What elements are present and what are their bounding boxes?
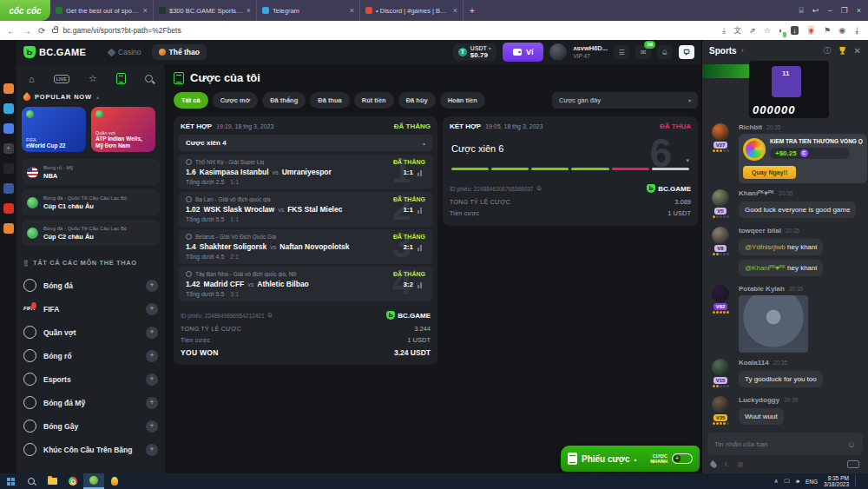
chat-image[interactable]: 11000000	[749, 61, 829, 118]
share-icon[interactable]: ⇗	[749, 26, 756, 35]
chat-input[interactable]: Tin nhắn của bạn ☺	[707, 433, 863, 455]
language-indicator[interactable]: ENG	[806, 479, 818, 485]
history-icon[interactable]: ↩	[812, 6, 819, 15]
profile-icon[interactable]: ◉	[838, 26, 845, 35]
browser-tab[interactable]: Get the best out of sports b×	[50, 0, 154, 21]
trophy-icon[interactable]	[838, 47, 847, 55]
tab-close-icon[interactable]: ×	[453, 6, 457, 15]
filter-chip[interactable]: Đã thắng	[262, 92, 306, 109]
chevron-right-icon[interactable]: ›	[741, 46, 744, 55]
coccoc-brand-button[interactable]: cốc cốc	[0, 0, 50, 21]
youtube-rail-icon[interactable]	[3, 203, 14, 214]
expand-plus-icon[interactable]: +	[146, 327, 158, 339]
chat-username[interactable]: Khaniᴾᴷ♥ᴾᴷ	[739, 189, 774, 197]
avatar[interactable]	[712, 227, 729, 244]
menu-icon[interactable]: ☰	[614, 45, 629, 59]
sidebar-item-b-ng-m-[interactable]: Bóng đá Mỹ+	[22, 391, 160, 414]
panel-rail-icon[interactable]	[3, 163, 14, 174]
save-page-icon[interactable]: ⤓	[722, 26, 726, 36]
bet-card-lost[interactable]: KẾT HỢP19:05, 18 thg 3, 2023ĐÃ THUACược …	[443, 116, 698, 226]
expand-plus-icon[interactable]: +	[146, 280, 158, 292]
sidebar-item-kh-c-c-n-c-u-tr-n-b-ng[interactable]: Khúc Côn Cầu Trên Băng+	[22, 438, 160, 461]
filter-chip[interactable]: Đã thua	[310, 92, 350, 109]
tab-search-icon[interactable]: ⌸	[799, 6, 803, 16]
tab-close-icon[interactable]: ×	[247, 6, 251, 15]
filter-chip[interactable]: Đã hủy	[398, 92, 436, 109]
stats-bars-icon[interactable]	[418, 170, 424, 176]
chat-image[interactable]	[739, 295, 808, 353]
info-icon[interactable]: ⓘ	[824, 45, 832, 56]
filter-chip[interactable]: Rút tiền	[354, 92, 394, 109]
sidebar-league-item[interactable]: Bóng đá - Quốc Tế Cấp Câu Lạc BộCúp C2 c…	[22, 220, 160, 246]
new-tab-button[interactable]: +	[464, 0, 481, 21]
sidebar-item-b-ng-g-y[interactable]: Bóng Gậy+	[22, 414, 160, 438]
copy-icon[interactable]: ⧉	[536, 185, 541, 192]
expand-plus-icon[interactable]: +	[146, 444, 158, 456]
chat-username[interactable]: Richbit	[739, 123, 762, 131]
wallet-button[interactable]: Ví	[503, 43, 544, 62]
avatar[interactable]	[712, 189, 729, 207]
expand-plus-icon[interactable]: +	[146, 373, 158, 386]
nav-casino[interactable]: Casino	[102, 44, 148, 60]
chat-username[interactable]: Luckydoggy	[739, 396, 779, 404]
stats-bars-icon[interactable]	[418, 245, 424, 251]
flag-extension-icon[interactable]: ⚑	[824, 26, 831, 35]
popular-now-header[interactable]: POPULAR NOW ▴	[22, 93, 160, 107]
adblock-icon[interactable]: ◐0	[779, 26, 783, 35]
chrome-icon[interactable]	[62, 473, 83, 489]
messenger-rail-icon[interactable]	[3, 123, 14, 134]
tab-close-icon[interactable]: ×	[350, 6, 354, 15]
mention[interactable]: @Khaniᴾᴷ♥ᴾᴷ	[745, 264, 786, 272]
close-chat-icon[interactable]: ✕	[854, 46, 861, 56]
clock[interactable]: 8:35 PM3/18/2023	[824, 475, 849, 487]
bet-card-won[interactable]: KẾT HỢP19:19, 18 thg 3, 2023ĐÃ THẮNGCược…	[174, 116, 437, 365]
live-icon[interactable]: LIVE	[54, 75, 69, 83]
avatar[interactable]	[549, 43, 567, 61]
chat-username[interactable]: Koala114	[739, 359, 769, 367]
downloads-icon[interactable]: ⭳	[853, 26, 861, 35]
promo-card[interactable]: Quần vợtATP Indian Wells, Mỹ Đơn Nam	[91, 107, 155, 152]
collapse-icon[interactable]: ▴	[423, 140, 425, 146]
avatar[interactable]	[712, 123, 729, 141]
filter-chip[interactable]: Hoàn tiền	[440, 92, 485, 109]
tab-close-icon[interactable]: ×	[143, 6, 148, 15]
chat-room-tab[interactable]: Sports	[709, 46, 737, 56]
bcgame-logo[interactable]: BC.GAME	[23, 46, 86, 58]
search-icon[interactable]	[145, 75, 153, 83]
bookmark-rail-icon[interactable]	[3, 83, 14, 94]
copy-icon[interactable]: ⧉	[268, 312, 273, 319]
show-desktop-button[interactable]	[862, 473, 865, 489]
expand-plus-icon[interactable]: +	[146, 350, 158, 362]
sort-dropdown[interactable]: Cược gần đây▾	[552, 92, 698, 109]
mention[interactable]: @Ydfnisrjiwb	[745, 243, 786, 251]
expand-plus-icon[interactable]: +	[146, 397, 158, 409]
expand-plus-icon[interactable]: +	[146, 303, 158, 315]
extension-icon[interactable]: 🀄	[806, 26, 816, 35]
sidebar-item-qu-n-v-t[interactable]: Quần vợt+	[22, 320, 160, 344]
bell-icon[interactable]: 🕭	[657, 45, 673, 59]
browser-tab[interactable]: Telegram×	[257, 0, 360, 21]
betslip-button[interactable]: Phiếu cược ▴ CƯỢCNHANH	[561, 446, 700, 472]
quick-bet-toggle[interactable]	[672, 453, 693, 464]
coin-drop-icon[interactable]: ◎	[737, 460, 743, 468]
sidebar-league-item[interactable]: Bóng rổ - MỹNBA	[22, 159, 160, 185]
network-icon[interactable]: 🖵	[785, 478, 790, 485]
bet-title-row[interactable]: Cược xiên 4▴	[179, 135, 432, 151]
stats-bars-icon[interactable]	[418, 208, 424, 214]
bookmark-star-icon[interactable]: ☆	[764, 26, 771, 35]
browser-tab[interactable]: $300 BC.GAME Sports Parla×	[154, 0, 257, 21]
mail-icon[interactable]: ✉39	[635, 45, 651, 59]
telegram-rail-icon[interactable]	[3, 103, 14, 114]
download-manager-icon[interactable]: ↓	[791, 26, 799, 35]
rain-icon[interactable]	[709, 460, 718, 469]
chat-username[interactable]: Potable Kylah	[739, 285, 785, 293]
browser-tab[interactable]: • Discord | #games | BC G×	[360, 0, 464, 21]
maximize-button[interactable]: ❐	[841, 6, 848, 15]
back-button[interactable]: ←	[7, 26, 16, 36]
start-button[interactable]	[0, 473, 21, 489]
stats-bars-icon[interactable]	[418, 282, 424, 288]
expand-icon[interactable]: ▾	[686, 157, 689, 164]
expand-plus-icon[interactable]: +	[146, 420, 158, 433]
taskbar-search-icon[interactable]	[21, 473, 42, 489]
promo-card[interactable]: FIFAeWorld Cup 22	[22, 107, 86, 152]
